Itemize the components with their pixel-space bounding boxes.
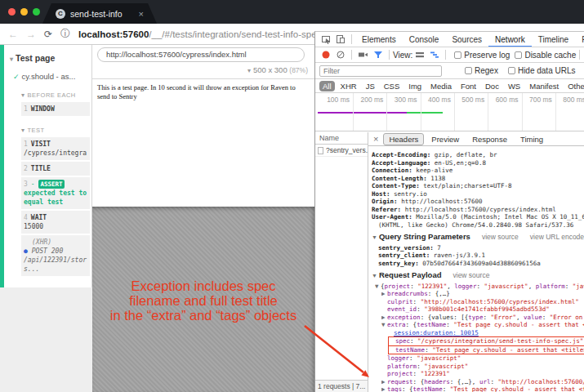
type-filter-all[interactable]: All [319,81,335,91]
devtools-tab-timeline[interactable]: Timeline [532,32,575,47]
request-row[interactable]: ?sentry_vers... [315,145,368,157]
view-waterfall-icon[interactable] [430,50,439,60]
command-xhr[interactable]: (XHR)● POST 200 /api/122391/stor s... [21,235,90,276]
payload-line[interactable]: ▼{project: "122391", logger: "javascript… [375,283,584,291]
preserve-log-checkbox[interactable] [454,51,461,59]
xhr-status: 200 [51,247,63,255]
header-name: Content-Type: [372,182,423,189]
payload-line[interactable]: ▶tags: {testName: "Test page cy.should -… [381,385,584,392]
inspect-element-icon[interactable] [321,34,331,44]
payload-line[interactable]: ▶request: {headers: {,…}, url: "http://l… [381,378,584,386]
type-filter-media[interactable]: Media [427,81,455,91]
payload-line[interactable]: ▶breadcrumbs: {,…} [381,290,584,298]
type-filter-ws[interactable]: WS [505,81,524,91]
payload-line[interactable]: project: "122391" [381,370,584,378]
header-row: Content-Length: 1138 [372,175,584,183]
name-column-header[interactable]: Name [315,132,368,145]
hide-data-urls-checkbox[interactable] [508,67,515,74]
forward-icon[interactable]: → [26,29,36,40]
regex-checkbox[interactable] [465,67,472,74]
command-wait[interactable]: 4WAIT15000 [21,211,90,234]
browser-tab-bar: C send-test-info × [0,0,584,24]
view-source-link[interactable]: view source [482,233,519,241]
type-filter-xhr[interactable]: XHR [337,81,360,91]
view-source-link[interactable]: view source [453,271,490,279]
detail-tab-preview[interactable]: Preview [426,133,465,145]
payload-line[interactable]: platform: "javascript" [381,363,584,371]
divider [389,50,390,60]
command-arg: /cypress/integra [24,149,87,158]
payload-line[interactable]: spec: "/cypress/integration/send-test-in… [388,336,584,346]
type-filter-css[interactable]: CSS [381,81,403,91]
payload-line[interactable]: event_id: "398b001c4e1741cfabbf9945adbd5… [381,305,584,314]
devtools-tab-profiles[interactable]: Profiles [575,32,584,47]
command-assert[interactable]: 3- ASSERT expected test to equal test [21,177,90,209]
page-info-icon[interactable]: ⓘ [60,27,70,41]
traffic-light-close-icon[interactable] [8,8,16,16]
type-filter-doc[interactable]: Doc [482,81,502,91]
view-url-encoded-link[interactable]: view URL encoded [530,233,584,241]
payload-line[interactable]: culprit: "http://localhost:57600/cypress… [381,298,584,306]
close-detail-icon[interactable]: × [373,134,378,144]
traffic-light-minimize-icon[interactable] [20,8,28,16]
clear-icon[interactable] [336,50,345,60]
tree-toggle-icon[interactable]: ▶ [381,378,387,386]
test-title-row[interactable]: ✓cy.should - as... [13,72,91,81]
section-header[interactable]: ▼Request Payloadview source [372,271,584,280]
view-list-icon[interactable] [415,50,425,60]
timeline-tick: 300 ms [388,96,417,104]
command-title[interactable]: 2TITLE [21,162,90,176]
filter-input[interactable] [319,65,442,77]
viewport-size[interactable]: ▾500 x 300 (87%) [247,65,308,74]
traffic-light-zoom-icon[interactable] [33,8,40,16]
tree-toggle-icon[interactable]: ▼ [381,321,387,329]
type-filter-js[interactable]: JS [363,81,378,91]
detail-tab-timing[interactable]: Timing [515,133,549,145]
address-field[interactable]: localhost:57600/__/#/tests/integration/s… [78,29,331,39]
tree-toggle-icon[interactable]: ▶ [381,314,387,322]
payload-line[interactable]: logger: "javascript" [381,354,584,363]
tree-toggle-icon[interactable]: ▼ [375,283,381,291]
aut-address-pill[interactable]: http://localhost:57600/cypress/index.htm… [97,47,305,62]
network-overview[interactable]: 100 ms200 ms300 ms400 ms500 ms600 ms700 … [315,93,584,131]
close-tab-icon[interactable]: × [139,9,144,19]
spec-title-row[interactable]: ▾Test page [10,53,91,63]
record-icon[interactable] [321,50,331,60]
type-filter-other[interactable]: Other [564,81,584,91]
reload-icon[interactable]: ⟳ [44,29,52,40]
detail-tab-response[interactable]: Response [466,133,513,145]
filter-funnel-icon[interactable] [373,50,383,60]
back-icon[interactable]: ← [8,29,18,40]
payload-line[interactable]: session:duration: 10015 [388,329,584,337]
payload-line[interactable]: testName: "Test page cy.should - assert … [388,345,584,355]
command-visit[interactable]: 1VISIT/cypress/integra [21,137,90,160]
devtools-tab-console[interactable]: Console [403,32,446,47]
command-window[interactable]: 1WINDOW [21,102,90,116]
type-filter-manifest[interactable]: Manifest [526,81,562,91]
payload-token: "Error on purp [550,314,584,321]
section-test[interactable]: ▾TEST [21,127,91,134]
timeline-tick: 700 ms [523,96,552,104]
payload-token: 10015 [460,329,479,336]
devtools-tab-sources[interactable]: Sources [445,32,488,47]
devtools-tab-elements[interactable]: Elements [355,32,403,47]
tree-toggle-icon[interactable]: ▶ [381,385,387,392]
payload-line[interactable]: ▶exception: {values: [{type: "Error", va… [381,314,584,322]
section-before-each[interactable]: ▾BEFORE EACH [21,91,91,99]
query-param-row: sentry_version: 7 [372,244,584,252]
payload-line[interactable]: ▼extra: {testName: "Test page cy.should … [381,321,584,329]
payload-token: "Test page cy.should - assert that <titl… [450,385,584,392]
tree-toggle-icon[interactable]: ▶ [381,290,387,298]
type-filter-font[interactable]: Font [457,81,479,91]
annotation-line: in the “extra” and “tags” objects [92,308,314,323]
chevron-down-icon: ▾ [247,67,251,74]
screenshot-capture-icon[interactable] [358,50,368,60]
test-title: cy.should - as... [22,72,76,81]
browser-tab[interactable]: C send-test-info × [42,3,157,24]
type-filter-img[interactable]: Img [405,81,425,91]
detail-tab-headers[interactable]: Headers [383,133,424,145]
device-toolbar-icon[interactable] [336,34,345,44]
disable-cache-checkbox[interactable] [515,51,522,59]
devtools-tab-network[interactable]: Network [488,32,532,47]
section-header[interactable]: ▼Query String Parametersview sourceview … [372,233,584,242]
